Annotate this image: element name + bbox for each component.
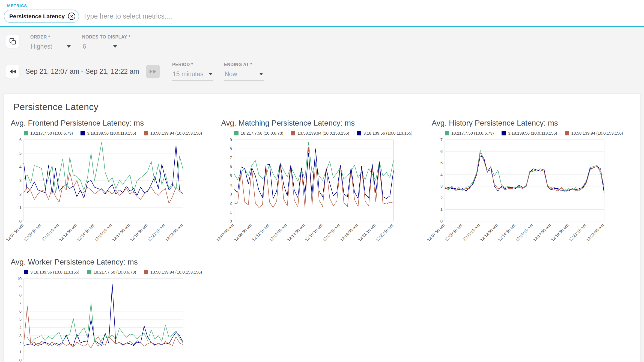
svg-text:2: 2 <box>19 192 22 196</box>
line-chart: 012345678912:07:56 am12:09:36 am12:11:16… <box>223 137 424 246</box>
charts-grid: Avg. Frontend Persistence Latency: ms 18… <box>9 119 635 362</box>
legend-swatch <box>24 270 28 274</box>
remove-metric-icon[interactable]: ✕ <box>68 13 75 20</box>
rewind-icon <box>9 69 17 74</box>
period-select-value: 15 minutes <box>173 70 204 78</box>
svg-text:12:19:36 am: 12:19:36 am <box>339 223 359 242</box>
svg-text:12:17:56 am: 12:17:56 am <box>532 223 551 242</box>
svg-text:12:11:16 am: 12:11:16 am <box>41 223 60 242</box>
next-period-button[interactable] <box>146 65 160 78</box>
nodes-select[interactable]: 6 <box>82 42 118 53</box>
legend-label: 18.217.7.50 (10.0.6.73) <box>94 270 136 274</box>
svg-text:3: 3 <box>19 333 22 338</box>
nodes-label: NODES TO DISPLAY * <box>82 35 130 40</box>
legend-swatch <box>234 131 238 135</box>
svg-text:2: 2 <box>440 195 442 200</box>
legend-label: 13.58.139.94 (10.0.153.156) <box>150 270 202 274</box>
line-chart: 01234567891012:07:56 am12:09:36 am12:11:… <box>13 276 214 362</box>
svg-text:7: 7 <box>440 137 442 142</box>
svg-text:0: 0 <box>19 358 22 362</box>
legend-swatch <box>144 270 148 274</box>
svg-text:0: 0 <box>19 219 22 223</box>
chart-card-frontend: Avg. Frontend Persistence Latency: ms 18… <box>9 119 214 246</box>
legend-swatch <box>445 131 449 135</box>
svg-text:3: 3 <box>440 184 442 188</box>
panel-title: Persistence Latency <box>13 102 635 112</box>
metric-chip[interactable]: Persistence Latency ✕ <box>4 10 79 23</box>
svg-text:6: 6 <box>19 309 22 313</box>
svg-text:12:11:16 am: 12:11:16 am <box>251 223 270 242</box>
order-select[interactable]: Highest <box>30 42 71 53</box>
chart-legend: 18.217.7.50 (10.0.6.73)3.18.139.56 (10.0… <box>24 131 214 135</box>
svg-text:12:11:16 am: 12:11:16 am <box>461 223 481 242</box>
svg-text:12:21:16 am: 12:21:16 am <box>568 223 587 242</box>
previous-period-button[interactable] <box>6 65 19 78</box>
nodes-select-value: 6 <box>83 43 86 50</box>
controls-area: ORDER * Highest NODES TO DISPLAY * 6 Sep <box>0 27 644 90</box>
ending-at-select[interactable]: Now <box>224 70 264 81</box>
legend-swatch <box>80 131 85 135</box>
svg-text:9: 9 <box>19 284 22 289</box>
svg-text:12:19:36 am: 12:19:36 am <box>129 223 148 242</box>
legend-label: 18.217.7.50 (10.0.6.73) <box>241 131 283 135</box>
chart-card-history: Avg. History Persistence Latency: ms 18.… <box>430 119 635 246</box>
charts-panel: Persistence Latency Avg. Frontend Persis… <box>3 94 641 362</box>
svg-text:3: 3 <box>230 192 232 196</box>
svg-text:1: 1 <box>230 210 232 214</box>
svg-text:12:09:36 am: 12:09:36 am <box>23 223 42 242</box>
legend-label: 13.58.139.94 (10.0.153.156) <box>150 131 202 135</box>
legend-swatch <box>565 131 569 135</box>
svg-text:12:12:56 am: 12:12:56 am <box>269 223 288 242</box>
svg-text:9: 9 <box>230 137 232 142</box>
legend-item: 3.18.139.56 (10.0.113.155) <box>357 131 413 135</box>
svg-text:7: 7 <box>19 301 22 305</box>
svg-text:12:16:16 am: 12:16:16 am <box>304 223 323 242</box>
line-chart: 0123456712:07:56 am12:09:36 am12:11:16 a… <box>434 137 635 246</box>
legend-item: 18.217.7.50 (10.0.6.73) <box>24 131 73 135</box>
legend-item: 18.217.7.50 (10.0.6.73) <box>87 270 136 274</box>
metrics-label: METRICS <box>7 3 644 8</box>
legend-item: 18.217.7.50 (10.0.6.73) <box>445 131 494 135</box>
svg-text:12:21:16 am: 12:21:16 am <box>147 223 166 242</box>
svg-text:6: 6 <box>440 149 442 154</box>
period-select[interactable]: 15 minutes <box>172 70 213 81</box>
svg-text:12:14:36 am: 12:14:36 am <box>497 223 516 242</box>
ending-at-select-value: Now <box>225 70 237 78</box>
legend-swatch <box>291 131 295 135</box>
nodes-field: NODES TO DISPLAY * 6 <box>82 35 130 53</box>
svg-text:10: 10 <box>17 276 22 281</box>
order-field: ORDER * Highest <box>30 35 71 53</box>
chevron-down-icon <box>67 45 71 48</box>
chevron-down-icon <box>209 73 213 75</box>
legend-item: 13.58.139.94 (10.0.153.156) <box>291 131 349 135</box>
metrics-search-input[interactable] <box>83 12 644 20</box>
svg-text:5: 5 <box>19 317 22 322</box>
copy-icon <box>9 38 16 45</box>
legend-label: 3.18.139.56 (10.0.113.155) <box>363 131 413 135</box>
svg-text:1: 1 <box>19 205 22 210</box>
svg-text:5: 5 <box>440 161 442 165</box>
line-chart-svg: 012345612:07:56 am12:09:36 am12:11:16 am… <box>13 137 187 246</box>
svg-text:12:07:56 am: 12:07:56 am <box>215 223 235 242</box>
svg-text:12:22:56 am: 12:22:56 am <box>585 223 605 242</box>
svg-text:8: 8 <box>230 146 232 151</box>
chart-title: Avg. Matching Persistence Latency: ms <box>221 119 424 127</box>
chart-card-worker: Avg. Worker Persistence Latency: ms 3.18… <box>9 258 214 362</box>
svg-text:0: 0 <box>230 219 232 223</box>
svg-text:4: 4 <box>230 183 232 187</box>
legend-item: 18.217.7.50 (10.0.6.73) <box>234 131 283 135</box>
legend-swatch <box>87 270 91 274</box>
svg-text:4: 4 <box>19 164 22 169</box>
period-field: PERIOD * 15 minutes <box>172 62 213 81</box>
legend-label: 13.58.139.94 (10.0.153.156) <box>297 131 349 135</box>
chevron-down-icon <box>259 73 263 75</box>
line-chart-svg: 01234567891012:07:56 am12:09:36 am12:11:… <box>13 276 187 362</box>
metrics-bar: METRICS Persistence Latency ✕ <box>0 0 644 27</box>
legend-item: 13.58.139.94 (10.0.153.156) <box>565 131 623 135</box>
metric-chip-label: Persistence Latency <box>9 13 65 20</box>
order-select-value: Highest <box>31 43 52 50</box>
svg-text:0: 0 <box>440 219 442 223</box>
svg-text:12:17:56 am: 12:17:56 am <box>111 223 130 242</box>
copy-button[interactable] <box>6 35 19 48</box>
svg-text:8: 8 <box>19 293 22 297</box>
